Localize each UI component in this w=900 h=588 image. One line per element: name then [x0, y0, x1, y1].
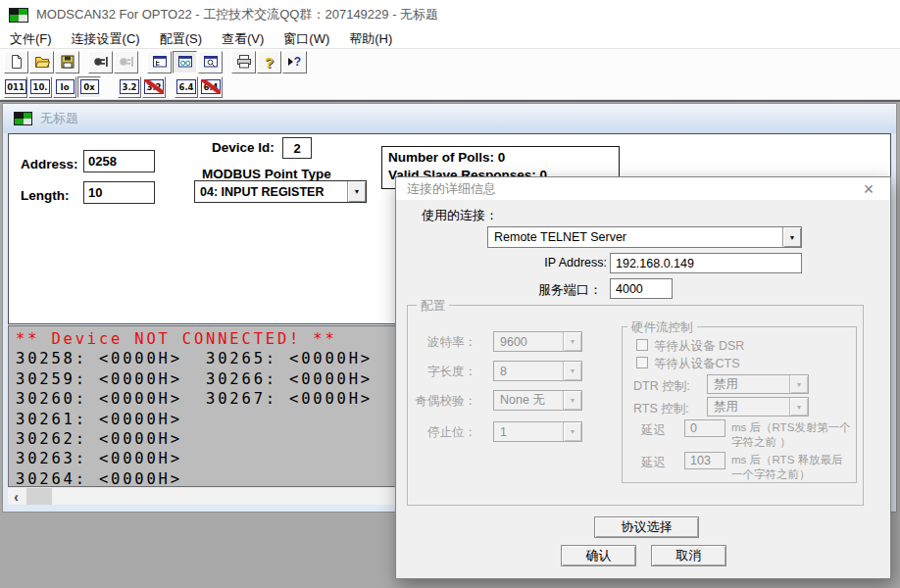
service-port-label: 服务端口：	[504, 281, 602, 299]
disconnect-button[interactable]	[114, 51, 138, 74]
number-of-polls-text: Number of Polls: 0	[388, 149, 613, 167]
close-icon[interactable]: ×	[853, 177, 884, 200]
connection-details-dialog: 连接的详细信息 × 使用的连接： Remote TELNET Server ▼ …	[395, 176, 891, 579]
menu-item-view[interactable]: 查看(V)	[212, 29, 274, 48]
about-button[interactable]: ?	[257, 51, 281, 74]
rts-control-combo: 禁用 ▼	[707, 397, 809, 416]
point-type-label: MODBUS Point Type	[202, 167, 331, 181]
scrollbar-thumb[interactable]	[26, 488, 52, 505]
display-data-button[interactable]	[173, 51, 197, 74]
format-toolbar: 011 10. Io 0x 3.2 3.2 6.4 6.4	[0, 74, 900, 100]
help-icon: ?	[265, 55, 274, 70]
message-traffic-icon	[203, 54, 219, 70]
dtr-control-value: 禁用	[708, 376, 789, 393]
message-traffic-button[interactable]	[198, 51, 223, 74]
double-swapped-format-icon: 6.4	[201, 79, 220, 94]
service-port-input[interactable]	[610, 278, 673, 299]
format-decimal-button[interactable]: 10.	[28, 76, 52, 98]
hex-format-icon: 0x	[80, 79, 99, 94]
cancel-button[interactable]: 取消	[651, 545, 726, 566]
menu-item-setup[interactable]: 配置(S)	[150, 29, 212, 48]
scroll-left-arrow-icon[interactable]: ‹	[8, 488, 25, 505]
float-format-icon: 3.2	[120, 79, 138, 94]
integer-format-icon: Io	[56, 79, 75, 94]
ok-button[interactable]: 确认	[561, 545, 636, 566]
delay2-description: ms 后（RTS 释放最后一个字符之前）	[731, 453, 853, 482]
delay1-description: ms 后（RTS发射第一个字符之前 ）	[731, 420, 853, 450]
point-type-combo[interactable]: 04: INPUT REGISTER ▼	[194, 180, 367, 203]
dialog-titlebar[interactable]: 连接的详细信息 ×	[396, 177, 890, 200]
cts-checkbox	[636, 357, 648, 368]
format-double-swapped-button[interactable]: 6.4	[199, 76, 223, 98]
point-type-value: 04: INPUT REGISTER	[195, 185, 347, 199]
document-title: 无标题	[40, 110, 78, 127]
baud-rate-label: 波特率：	[412, 334, 476, 351]
save-floppy-icon	[60, 54, 75, 70]
new-file-icon	[9, 54, 25, 70]
display-data-icon	[177, 54, 193, 70]
format-double-button[interactable]: 6.4	[175, 76, 198, 98]
address-input[interactable]	[83, 150, 155, 172]
config-group-label: 配置	[417, 298, 449, 315]
length-label: Length:	[21, 188, 70, 203]
dtr-control-combo: 禁用 ▼	[707, 374, 809, 394]
menu-item-help[interactable]: 帮助(H)	[339, 29, 402, 48]
window-title: MODSCAN32 For OPTO22 - 工控技术交流QQ群：2071492…	[36, 6, 438, 24]
cts-checkbox-label: 等待从设备CTS	[654, 356, 740, 372]
connection-using-label: 使用的连接：	[422, 207, 498, 224]
data-definition-button[interactable]	[147, 51, 172, 74]
document-titlebar[interactable]: 无标题	[3, 104, 896, 133]
ip-address-label: IP Address:	[514, 256, 607, 270]
word-length-combo: 8 ▼	[493, 361, 582, 381]
open-file-button[interactable]	[29, 51, 54, 74]
chevron-down-icon: ▼	[789, 375, 808, 393]
chevron-down-icon: ▼	[789, 398, 808, 416]
connect-icon	[93, 54, 109, 70]
protocol-select-button[interactable]: 协议选择	[594, 516, 699, 538]
delay1-input	[684, 419, 725, 437]
delay2-label: 延迟	[641, 455, 666, 471]
new-file-button[interactable]	[4, 51, 28, 74]
connection-type-combo[interactable]: Remote TELNET Server ▼	[487, 226, 802, 248]
menu-item-connection[interactable]: 连接设置(C)	[62, 29, 150, 48]
format-integer-button[interactable]: Io	[53, 76, 76, 98]
stop-bits-value: 1	[494, 425, 563, 439]
rts-control-label: RTS 控制:	[633, 401, 689, 417]
format-float-button[interactable]: 3.2	[118, 76, 141, 98]
parity-combo: None 无 ▼	[493, 390, 582, 411]
data-definition-icon	[152, 54, 168, 70]
chevron-down-icon[interactable]: ▼	[347, 181, 366, 202]
stop-bits-combo: 1 ▼	[493, 421, 582, 442]
print-icon	[236, 54, 252, 70]
connect-button[interactable]	[88, 51, 113, 74]
menu-item-window[interactable]: 窗口(W)	[274, 29, 339, 48]
chevron-down-icon: ▼	[563, 422, 581, 441]
open-folder-icon	[34, 54, 50, 70]
hardware-flow-group: 硬件流控制 等待从设备 DSR 等待从设备CTS DTR 控制: 禁用 ▼ RT…	[622, 326, 857, 483]
device-id-input[interactable]	[282, 137, 312, 159]
format-binary-button[interactable]: 011	[4, 76, 27, 98]
baud-rate-value: 9600	[494, 335, 563, 349]
cursor-arrow-icon	[288, 58, 293, 66]
chevron-down-icon[interactable]: ▼	[782, 227, 801, 247]
dtr-control-label: DTR 控制:	[633, 378, 690, 395]
menu-item-file[interactable]: 文件(F)	[0, 29, 62, 48]
format-float-swapped-button[interactable]: 3.2	[142, 76, 166, 98]
context-help-button[interactable]: ?	[282, 51, 307, 74]
format-hex-button[interactable]: 0x	[77, 76, 101, 98]
delay1-label: 延迟	[641, 422, 666, 439]
delay2-input	[684, 452, 725, 469]
word-length-label: 字长度：	[412, 364, 476, 380]
menubar: 文件(F) 连接设置(C) 配置(S) 查看(V) 窗口(W) 帮助(H)	[0, 29, 900, 48]
stop-bits-label: 停止位：	[412, 424, 476, 441]
hardware-flow-group-label: 硬件流控制	[627, 319, 697, 336]
dialog-title: 连接的详细信息	[407, 180, 496, 198]
rts-control-value: 禁用	[708, 399, 789, 416]
print-button[interactable]	[231, 51, 256, 74]
document-icon	[14, 112, 32, 125]
length-input[interactable]	[83, 181, 155, 204]
ip-address-input[interactable]	[610, 253, 802, 273]
float-swapped-format-icon: 3.2	[144, 79, 163, 94]
save-file-button[interactable]	[55, 51, 79, 74]
word-length-value: 8	[494, 365, 563, 378]
